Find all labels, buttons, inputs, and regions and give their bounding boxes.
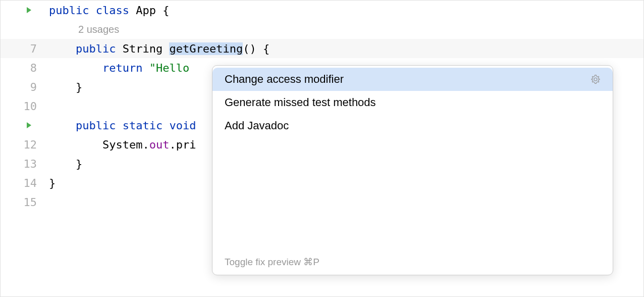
- line-number: 14: [1, 173, 41, 192]
- keyword: public: [76, 119, 116, 132]
- intention-actions-popup: Change access modifier Generate missed t…: [212, 65, 613, 275]
- popup-footer-hint: Toggle fix preview ⌘P: [212, 251, 613, 275]
- gear-icon[interactable]: [591, 74, 601, 84]
- keyword: class: [96, 4, 129, 17]
- popup-item-change-access-modifier[interactable]: Change access modifier: [212, 68, 613, 91]
- type: String: [123, 42, 163, 55]
- identifier-partial: pri: [176, 138, 196, 151]
- popup-item-label: Generate missed test methods: [225, 96, 376, 109]
- svg-point-0: [594, 78, 597, 81]
- popup-item-generate-tests[interactable]: Generate missed test methods: [212, 91, 613, 114]
- gutter-cell[interactable]: [1, 1, 49, 20]
- brace: }: [49, 177, 56, 189]
- line-number: 7: [1, 39, 41, 58]
- field: out: [149, 138, 170, 151]
- brace: }: [76, 81, 82, 93]
- line-number: 15: [1, 192, 41, 212]
- dot: .: [169, 138, 176, 151]
- line-number: 8: [1, 58, 41, 77]
- run-icon[interactable]: [25, 116, 33, 135]
- identifier: System.: [102, 138, 149, 151]
- code-line[interactable]: public class App {: [49, 1, 643, 20]
- line-number: 13: [1, 154, 41, 173]
- keyword: public: [49, 4, 89, 17]
- line-number: 9: [1, 77, 41, 96]
- line-number: 10: [1, 96, 41, 116]
- run-icon[interactable]: [25, 1, 33, 20]
- brace: }: [76, 158, 82, 170]
- params: () {: [243, 42, 270, 55]
- gutter-cell[interactable]: [1, 116, 49, 135]
- popup-item-add-javadoc[interactable]: Add Javadoc: [212, 114, 613, 137]
- gutter-cell: [1, 20, 49, 39]
- keyword: static: [123, 119, 163, 132]
- code-line[interactable]: public String getGreeting() {: [49, 39, 643, 58]
- brace: {: [156, 4, 170, 17]
- usages-hint[interactable]: 2 usages: [49, 20, 119, 39]
- keyword: return: [102, 62, 142, 74]
- line-number: 12: [1, 135, 41, 154]
- string-literal: "Hello: [149, 62, 196, 74]
- popup-item-label: Change access modifier: [225, 73, 344, 86]
- class-name: App: [136, 4, 156, 17]
- selected-method-name: getGreeting: [169, 42, 243, 55]
- keyword: public: [76, 42, 116, 55]
- keyword: void: [169, 119, 196, 132]
- popup-item-label: Add Javadoc: [225, 119, 289, 132]
